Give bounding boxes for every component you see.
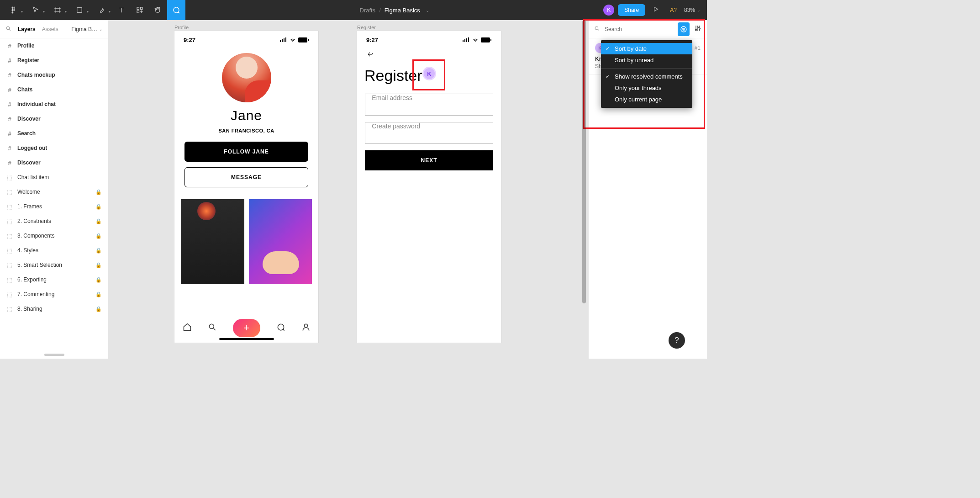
breadcrumb-file[interactable]: Figma Basics <box>385 7 420 14</box>
lock-icon: 🔒 <box>95 204 102 210</box>
scrollbar-thumb[interactable] <box>582 20 586 303</box>
layer-row[interactable]: ⬚Chat list item <box>0 170 108 185</box>
frame-profile[interactable]: 9:27 Jane SAN FRANCISCO, CA FOLLOW JANE … <box>174 31 318 343</box>
dropdown-only-your-threads[interactable]: Only your threads <box>601 82 692 94</box>
lock-icon: 🔒 <box>95 262 102 268</box>
component-icon: ⬚ <box>6 218 13 225</box>
layer-row[interactable]: ⬚5. Smart Selection🔒 <box>0 258 108 272</box>
dropdown-show-resolved[interactable]: ✓Show resolved comments <box>601 71 692 82</box>
lock-icon: 🔒 <box>95 233 102 239</box>
user-avatar[interactable]: K <box>603 5 614 16</box>
svg-rect-11 <box>282 39 283 42</box>
svg-point-24 <box>595 26 598 29</box>
frame-label-profile[interactable]: Profile <box>174 25 189 30</box>
svg-rect-14 <box>298 37 307 42</box>
panel-resize-handle[interactable] <box>44 354 64 356</box>
frame-icon: # <box>6 130 13 137</box>
share-button[interactable]: Share <box>618 4 645 16</box>
lock-icon: 🔒 <box>95 291 102 297</box>
chat-icon[interactable] <box>276 323 285 334</box>
dropdown-sort-by-unread[interactable]: Sort by unread <box>601 54 692 66</box>
follow-button[interactable]: FOLLOW JANE <box>184 142 308 162</box>
layer-row[interactable]: #Discover <box>0 111 108 126</box>
layer-label: Discover <box>17 116 41 122</box>
sort-comments-button[interactable] <box>678 22 690 36</box>
page-selector[interactable]: Figma B… ⌄ <box>71 26 103 32</box>
layer-row[interactable]: ⬚4. Styles🔒 <box>0 243 108 258</box>
status-time: 9:27 <box>184 37 195 43</box>
comments-search-row <box>589 20 707 38</box>
wifi-icon <box>472 37 479 42</box>
chevron-down-icon: ▾ <box>65 10 67 14</box>
layer-row[interactable]: #Individual chat <box>0 97 108 111</box>
add-fab[interactable]: + <box>233 319 260 337</box>
next-button[interactable]: NEXT <box>365 150 493 170</box>
battery-icon <box>481 37 492 42</box>
layer-row[interactable]: ⬚7. Commenting🔒 <box>0 287 108 302</box>
frame-label-register[interactable]: Register <box>357 25 376 30</box>
present-button[interactable] <box>649 6 663 14</box>
layer-label: 5. Smart Selection <box>17 262 62 268</box>
layer-row[interactable]: #Logged out <box>0 141 108 155</box>
lock-icon: 🔒 <box>95 189 102 195</box>
hand-tool-button[interactable] <box>149 0 167 20</box>
email-field[interactable]: Email address <box>365 94 493 116</box>
layer-row[interactable]: #Register <box>0 53 108 68</box>
breadcrumb-separator: / <box>379 7 381 14</box>
layer-row[interactable]: ⬚2. Constraints🔒 <box>0 214 108 228</box>
pen-tool-button[interactable]: ▾ <box>90 0 112 20</box>
tab-layers[interactable]: Layers <box>18 26 36 32</box>
layer-row[interactable]: #Discover <box>0 155 108 170</box>
help-button[interactable]: ? <box>669 332 685 349</box>
message-button[interactable]: MESSAGE <box>184 167 308 187</box>
text-tool-button[interactable] <box>112 0 131 20</box>
layer-row[interactable]: ⬚8. Sharing🔒 <box>0 302 108 316</box>
shape-tool-button[interactable]: ▾ <box>68 0 90 20</box>
resources-button[interactable] <box>131 0 149 20</box>
layer-row[interactable]: #Chats mockup <box>0 68 108 82</box>
dropdown-sort-by-date[interactable]: ✓Sort by date <box>601 43 692 54</box>
main-menu-button[interactable]: ▾ <box>3 0 25 20</box>
layer-row[interactable]: ⬚6. Exporting🔒 <box>0 272 108 287</box>
comment-cursor-avatar[interactable]: K <box>422 67 436 80</box>
layer-row[interactable]: ⬚3. Components🔒 <box>0 228 108 243</box>
profile-icon[interactable] <box>301 323 311 334</box>
status-bar: 9:27 <box>174 31 318 48</box>
breadcrumb-root[interactable]: Drafts <box>359 7 375 14</box>
layer-row[interactable]: #Chats <box>0 82 108 97</box>
layer-row[interactable]: #Profile <box>0 38 108 53</box>
svg-rect-4 <box>12 11 14 14</box>
chevron-down-icon[interactable]: ⌄ <box>426 8 429 13</box>
cursor-icon <box>32 6 40 14</box>
comments-settings-button[interactable] <box>694 25 701 34</box>
frame-tool-button[interactable]: ▾ <box>47 0 68 20</box>
signal-icon <box>463 37 470 42</box>
frame-icon <box>53 6 62 14</box>
layer-row[interactable]: #Search <box>0 126 108 141</box>
tab-assets[interactable]: Assets <box>42 26 58 32</box>
back-arrow-icon[interactable] <box>357 48 501 62</box>
missing-fonts-indicator[interactable]: A? <box>666 7 680 13</box>
search-icon[interactable] <box>5 26 11 33</box>
layer-label: Discover <box>17 159 41 166</box>
layer-row[interactable]: ⬚1. Frames🔒 <box>0 199 108 214</box>
comments-search-input[interactable] <box>605 26 673 32</box>
search-icon[interactable] <box>208 323 217 334</box>
move-tool-button[interactable]: ▾ <box>25 0 47 20</box>
layers-panel-header: Layers Assets Figma B… ⌄ <box>0 20 108 38</box>
svg-rect-10 <box>280 40 281 42</box>
component-icon: ⬚ <box>6 247 13 254</box>
toolbar-breadcrumb: Drafts / Figma Basics ⌄ <box>185 7 603 14</box>
layer-label: Chats <box>17 86 32 93</box>
chevron-down-icon: ▾ <box>43 10 45 14</box>
home-icon[interactable] <box>183 323 192 334</box>
frame-icon: # <box>6 159 13 166</box>
comment-tool-button[interactable] <box>167 0 185 20</box>
layer-label: 8. Sharing <box>17 306 42 312</box>
dropdown-only-current-page[interactable]: Only current page <box>601 94 692 105</box>
layer-row[interactable]: ⬚Welcome🔒 <box>0 185 108 199</box>
password-field[interactable]: Create password <box>365 122 493 144</box>
vertical-scrollbar[interactable] <box>581 20 587 359</box>
svg-point-28 <box>699 28 701 29</box>
zoom-control[interactable]: 83% ⌄ <box>684 7 701 13</box>
